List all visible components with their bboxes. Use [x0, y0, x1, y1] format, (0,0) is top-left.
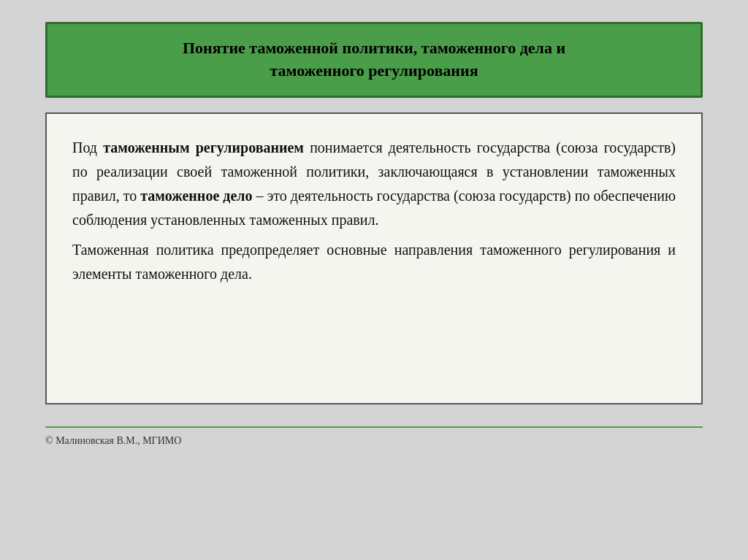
content-paragraph1: Под таможенным регулированием понимается… [72, 136, 676, 232]
footer-divider [45, 426, 703, 428]
title-box: Понятие таможенной политики, таможенного… [45, 22, 703, 98]
content-box: Под таможенным регулированием понимается… [45, 112, 703, 404]
content-bold2: таможенное дело [140, 188, 252, 204]
slide-container: Понятие таможенной политики, таможенного… [45, 22, 703, 447]
content-before-bold1: Под [72, 139, 103, 156]
footer-copyright: © Малиновская В.М., МГИМО [45, 435, 181, 446]
title-line2: таможенного регулирования [270, 61, 478, 80]
content-paragraph2: Таможенная политика предопределяет основ… [72, 238, 676, 286]
content-bold1: таможенным регулированием [103, 139, 304, 156]
title-text: Понятие таможенной политики, таможенного… [69, 37, 679, 83]
footer-area: © Малиновская В.М., МГИМО [45, 426, 703, 447]
title-line1: Понятие таможенной политики, таможенного… [183, 39, 565, 57]
